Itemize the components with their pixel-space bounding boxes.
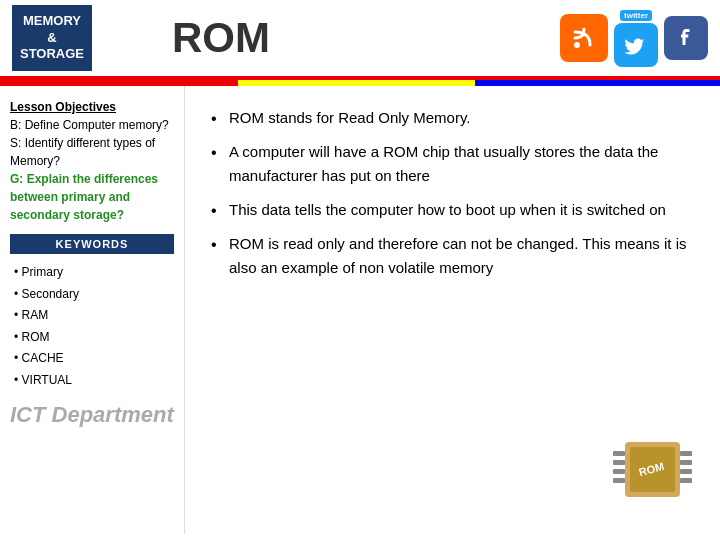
facebook-icon[interactable]: [664, 16, 708, 60]
objectives-s: S: Identify different types of Memory?: [10, 134, 174, 170]
badge-line2: &: [47, 30, 56, 45]
keywords-list: Primary Secondary RAM ROM CACHE VIRTUAL: [10, 262, 174, 392]
memory-storage-badge: MEMORY & STORAGE: [12, 5, 92, 72]
svg-rect-9: [613, 478, 625, 483]
social-icons-group: twitter: [560, 10, 708, 67]
badge-line3: STORAGE: [20, 46, 84, 61]
keyword-ram: RAM: [14, 305, 174, 327]
svg-rect-11: [680, 460, 692, 465]
svg-rect-12: [680, 469, 692, 474]
svg-point-1: [574, 42, 580, 48]
keyword-cache: CACHE: [14, 348, 174, 370]
content-bullet-3: This data tells the computer how to boot…: [209, 198, 696, 222]
twitter-icon[interactable]: [614, 23, 658, 67]
keywords-label: KEYWORDS: [10, 234, 174, 254]
objectives-b: B: Define Computer memory?: [10, 116, 174, 134]
rss-icon[interactable]: [560, 14, 608, 62]
objectives-title: Lesson Objectives: [10, 98, 174, 116]
lesson-objectives: Lesson Objectives B: Define Computer mem…: [10, 98, 174, 224]
main-content: Lesson Objectives B: Define Computer mem…: [0, 86, 720, 534]
content-bullet-1: ROM stands for Read Only Memory.: [209, 106, 696, 130]
page-title: ROM: [172, 14, 560, 62]
twitter-label: twitter: [620, 10, 652, 21]
svg-rect-6: [613, 451, 625, 456]
keyword-secondary: Secondary: [14, 284, 174, 306]
objectives-g: G: Explain the differences between prima…: [10, 170, 174, 224]
content-list: ROM stands for Read Only Memory. A compu…: [209, 106, 696, 280]
svg-rect-8: [613, 469, 625, 474]
keyword-primary: Primary: [14, 262, 174, 284]
content-area: ROM stands for Read Only Memory. A compu…: [185, 86, 720, 534]
svg-rect-10: [680, 451, 692, 456]
rom-chip-illustration: ROM: [605, 427, 700, 519]
svg-rect-3: [672, 24, 700, 52]
badge-line1: MEMORY: [23, 13, 81, 28]
svg-rect-13: [680, 478, 692, 483]
ict-department-label: ICT Department: [10, 402, 174, 428]
content-bullet-4: ROM is read only and therefore can not b…: [209, 232, 696, 280]
keyword-rom: ROM: [14, 327, 174, 349]
content-bullet-2: A computer will have a ROM chip that usu…: [209, 140, 696, 188]
header: MEMORY & STORAGE ROM twitter: [0, 0, 720, 80]
svg-rect-7: [613, 460, 625, 465]
sidebar: Lesson Objectives B: Define Computer mem…: [0, 86, 185, 534]
keyword-virtual: VIRTUAL: [14, 370, 174, 392]
